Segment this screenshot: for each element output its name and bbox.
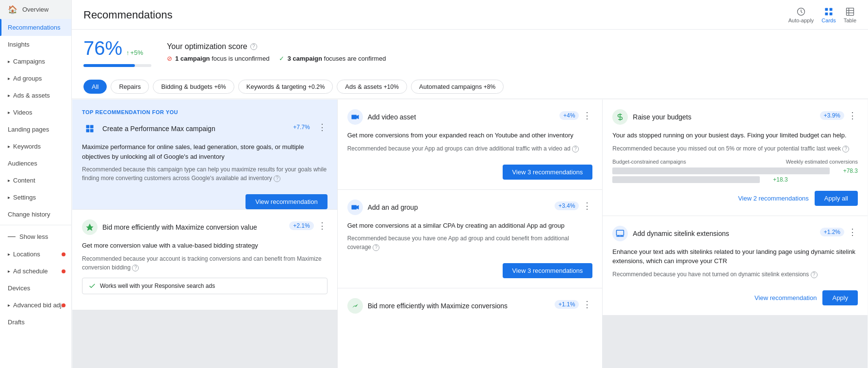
chevron-icon: ▸ <box>8 59 10 64</box>
sidebar-item-videos[interactable]: ▸ Videos <box>0 104 71 121</box>
sidebar-item-ad-schedule[interactable]: ▸ Ad schedule <box>0 263 71 280</box>
svg-marker-14 <box>357 115 359 119</box>
card-header: Add dynamic sitelink extensions +1.2% ⋮ <box>612 226 858 241</box>
card-sub-text: Recommended because your account is trac… <box>82 254 328 272</box>
apply-all-button[interactable]: Apply all <box>815 191 858 206</box>
score-progress-bar <box>83 64 151 67</box>
score-title: Your optimization score ? <box>167 42 386 51</box>
help-icon[interactable]: ? <box>274 175 280 182</box>
score-change: ↑+5% <box>126 49 143 56</box>
card-sub-text: Recommended because you have not turned … <box>612 270 858 279</box>
svg-rect-10 <box>90 125 94 129</box>
sidebar-item-recommendations[interactable]: Recommendations <box>0 19 71 36</box>
chevron-icon: ▸ <box>8 76 10 81</box>
svg-rect-12 <box>90 129 94 133</box>
more-options-icon[interactable]: ⋮ <box>847 226 858 238</box>
sidebar-item-show-less[interactable]: — Show less <box>0 227 71 246</box>
table-view-button[interactable]: Table <box>844 7 856 23</box>
filter-automated-campaigns[interactable]: Automated campaigns +8% <box>411 80 504 94</box>
card-header: Add an ad group +3.4% ⋮ <box>347 200 593 215</box>
score-badge: +1.1% <box>555 300 579 309</box>
maximize-conversions-card: Bid more efficiently with Maximize conve… <box>338 288 603 368</box>
budget-val-2: +18.3 <box>764 176 788 183</box>
svg-rect-15 <box>351 205 357 209</box>
filter-keywords-targeting[interactable]: Keywords & targeting +0.2% <box>238 80 333 94</box>
sidebar-item-content[interactable]: ▸ Content <box>0 172 71 189</box>
sidebar-item-change-history[interactable]: Change history <box>0 206 71 223</box>
page-header: Recommendations Auto-apply Cards Table <box>72 0 868 30</box>
card-title: Add an ad group <box>368 203 418 211</box>
video-icon <box>347 109 363 125</box>
budget-bar-row-1: +78.3 <box>612 167 858 174</box>
sidebar-item-insights[interactable]: Insights <box>0 36 71 53</box>
score-progress-fill <box>83 64 135 67</box>
maximize-conversion-value-card: Bid more efficiently with Maximize conve… <box>72 210 337 310</box>
filter-all[interactable]: All <box>83 80 107 94</box>
filter-ads-assets[interactable]: Ads & assets +10% <box>337 80 407 94</box>
score-details: ⊘ 1 campaign focus is unconfirmed ✓ 3 ca… <box>167 55 386 62</box>
more-options-icon[interactable]: ⋮ <box>582 298 592 311</box>
sidebar-item-campaigns[interactable]: ▸ Campaigns <box>0 53 71 70</box>
sidebar-item-ad-groups[interactable]: ▸ Ad groups <box>0 70 71 87</box>
sidebar-item-devices[interactable]: Devices <box>0 280 71 297</box>
sidebar-item-keywords[interactable]: ▸ Keywords <box>0 138 71 155</box>
more-options-icon[interactable]: ⋮ <box>582 109 592 122</box>
svg-rect-11 <box>86 129 90 133</box>
filter-bidding-budgets[interactable]: Bidding & budgets +6% <box>153 80 234 94</box>
cards-view-button[interactable]: Cards <box>821 7 835 23</box>
sidebar-item-locations[interactable]: ▸ Locations <box>0 246 71 263</box>
view-2-recommendations-button[interactable]: View 2 recommendations <box>738 195 809 202</box>
chevron-icon: ▸ <box>8 251 10 257</box>
grid-icon <box>824 7 834 17</box>
card-sub-text: Recommended because you have one App ad … <box>347 234 593 251</box>
table-icon <box>845 7 855 17</box>
svg-rect-13 <box>351 115 357 119</box>
card-actions: View 3 recommendations <box>347 159 593 180</box>
filter-repairs[interactable]: Repairs <box>111 80 149 94</box>
sitelink-icon <box>612 226 628 241</box>
budget-bar <box>612 167 830 174</box>
card-header: Bid more efficiently with Maximize conve… <box>347 298 593 314</box>
sidebar-item-ads-assets[interactable]: ▸ Ads & assets <box>0 87 71 104</box>
more-options-icon[interactable]: ⋮ <box>847 109 858 122</box>
help-icon[interactable]: ? <box>572 146 579 152</box>
score-info: Your optimization score ? ⊘ 1 campaign f… <box>167 42 386 62</box>
view-recommendation-button-2[interactable]: View recommendation <box>754 294 817 301</box>
sidebar-item-audiences[interactable]: Audiences <box>0 155 71 172</box>
more-options-icon[interactable]: ⋮ <box>317 121 328 134</box>
help-icon[interactable]: ? <box>373 244 379 251</box>
dynamic-sitelink-card: Add dynamic sitelink extensions +1.2% ⋮ … <box>603 216 868 315</box>
help-icon[interactable]: ? <box>811 271 818 278</box>
help-icon[interactable]: ? <box>842 146 849 152</box>
raise-budgets-card: Raise your budgets +3.9% ⋮ Your ads stop… <box>603 100 868 216</box>
column-2: Add video asset +4% ⋮ Get more conversio… <box>338 100 603 368</box>
budget-bar <box>612 176 759 183</box>
help-icon[interactable]: ? <box>132 265 139 271</box>
clock-icon <box>796 7 806 17</box>
sidebar-item-drafts[interactable]: Drafts <box>0 314 71 331</box>
card-actions: View recommendation <box>82 188 328 209</box>
auto-apply-button[interactable]: Auto-apply <box>788 7 814 23</box>
card-header: Raise your budgets +3.9% ⋮ <box>612 109 858 125</box>
svg-rect-5 <box>846 8 853 16</box>
apply-button[interactable]: Apply <box>822 290 858 305</box>
card-title: Bid more efficiently with Maximize conve… <box>102 223 257 231</box>
more-options-icon[interactable]: ⋮ <box>582 200 592 212</box>
more-options-icon[interactable]: ⋮ <box>317 219 328 232</box>
confirmed-badge: ✓ 3 campaign focuses are confirmed <box>279 55 386 62</box>
view-3-recommendations-button[interactable]: View 3 recommendations <box>503 165 593 180</box>
chevron-icon: ▸ <box>8 268 10 274</box>
cards-grid: TOP RECOMMENDATION FOR YOU Create a Perf… <box>72 100 868 368</box>
sidebar-item-advanced-bid[interactable]: ▸ Advanced bid adj. <box>0 297 71 314</box>
card-title: Create a Performance Max campaign <box>102 125 215 133</box>
page-title: Recommendations <box>83 9 172 21</box>
sidebar-item-landing-pages[interactable]: Landing pages <box>0 121 71 138</box>
view-3-recommendations-button-2[interactable]: View 3 recommendations <box>503 263 593 278</box>
sidebar-item-overview[interactable]: 🏠 Overview <box>0 0 71 19</box>
sidebar-item-settings[interactable]: ▸ Settings <box>0 189 71 206</box>
view-recommendation-button[interactable]: View recommendation <box>246 194 327 209</box>
card-description: Get more conversions at a similar CPA by… <box>347 221 593 231</box>
svg-rect-2 <box>830 8 833 11</box>
card-title: Add video asset <box>368 113 416 121</box>
help-icon[interactable]: ? <box>250 43 257 50</box>
